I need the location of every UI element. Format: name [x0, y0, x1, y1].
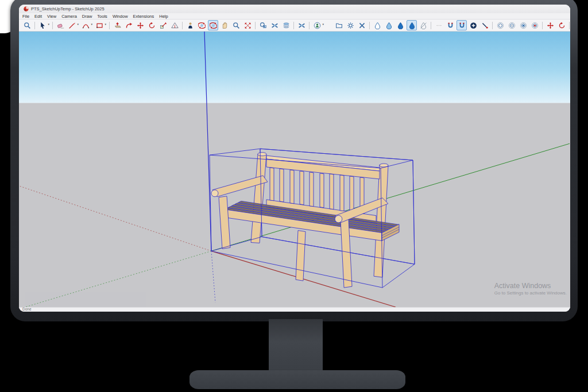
model-scene [19, 32, 570, 307]
layers-stack-icon[interactable] [281, 20, 291, 30]
viewport-canvas[interactable]: Activate Windows Go to Settings to activ… [19, 32, 570, 307]
window-title: PTS_SketchUpTemp - SketchUp 2025 [31, 6, 105, 11]
toolbar-divider [182, 22, 183, 29]
dropdown-caret-icon[interactable]: ▾ [48, 23, 49, 26]
hex-node-icon[interactable] [506, 20, 517, 30]
menu-draw[interactable]: Draw [82, 14, 92, 19]
pan-hand-icon[interactable] [219, 20, 230, 30]
hex-red-icon[interactable] [529, 20, 540, 30]
hide-similar-icon[interactable] [296, 20, 307, 30]
eraser-icon[interactable] [55, 20, 65, 30]
status-bar: Done [19, 307, 570, 312]
orbit-icon[interactable] [196, 20, 207, 30]
magnet-active-icon[interactable] [457, 20, 467, 30]
menu-help[interactable]: Help [159, 14, 168, 19]
rotate-copy-icon[interactable] [556, 20, 567, 30]
toolbar-divider [109, 22, 110, 29]
orbit-active-icon[interactable] [208, 20, 218, 30]
gear-icon[interactable] [345, 20, 355, 30]
drop-filled-active-icon[interactable] [407, 20, 417, 30]
drop-filled-icon[interactable] [395, 20, 405, 30]
toolbar-divider [369, 22, 370, 29]
toolbar-divider [431, 22, 431, 29]
dropdown-caret-icon[interactable]: ▾ [105, 23, 106, 26]
toolbar-divider [569, 22, 570, 29]
menu-bar: FileEditViewCameraDrawToolsWindowExtensi… [19, 13, 570, 20]
toolbar-divider [293, 22, 294, 29]
menu-tools[interactable]: Tools [97, 14, 107, 19]
component-person-icon[interactable]: ▾ [312, 20, 322, 30]
monitor-stand-base [189, 370, 405, 389]
menu-window[interactable]: Window [113, 14, 128, 19]
title-bar[interactable]: PTS_SketchUpTemp - SketchUp 2025 [19, 5, 570, 13]
dots-faint-icon[interactable] [434, 20, 444, 30]
menu-view[interactable]: View [47, 14, 56, 19]
line-pencil-icon[interactable]: ▾ [67, 20, 77, 30]
zoom-search-icon[interactable] [22, 20, 32, 30]
rotate-icon[interactable] [146, 20, 157, 30]
dropdown-caret-icon[interactable]: ▾ [77, 23, 79, 26]
move-copy-icon[interactable] [545, 20, 555, 30]
follow-me-icon[interactable] [123, 20, 134, 30]
hex-ring-icon[interactable] [495, 20, 505, 30]
drop-slash-icon[interactable] [418, 20, 428, 30]
scale-icon[interactable] [158, 20, 168, 30]
push-pull-icon[interactable] [112, 20, 122, 30]
zoom-extents-icon[interactable] [242, 20, 253, 30]
zoom-tool-icon[interactable] [231, 20, 241, 30]
toolbar-divider [255, 22, 256, 29]
sketchup-logo [24, 6, 29, 11]
hex-filled-icon[interactable] [518, 20, 528, 30]
axes-triangle-icon[interactable] [169, 20, 180, 30]
position-camera-icon[interactable] [185, 20, 195, 30]
desktop-photo: PTS_SketchUpTemp - SketchUp 2025 FileEdi… [0, 0, 588, 392]
hide-rest-icon[interactable] [269, 20, 280, 30]
drop-half-icon[interactable] [384, 20, 394, 30]
drop-outline-icon[interactable] [372, 20, 382, 30]
pen-point-icon[interactable] [479, 20, 490, 30]
menu-camera[interactable]: Camera [61, 14, 77, 19]
select-arrow-icon[interactable]: ▾ [37, 20, 48, 30]
sketchup-window: PTS_SketchUpTemp - SketchUp 2025 FileEdi… [19, 5, 570, 312]
toolbar: ▾▾▾▾▾ [19, 20, 570, 32]
move-icon[interactable] [135, 20, 145, 30]
magnet-icon[interactable] [445, 20, 455, 30]
status-text: Done [22, 308, 32, 312]
dropdown-caret-icon[interactable]: ▾ [322, 23, 324, 26]
toolbar-divider [492, 22, 493, 29]
close-x-icon[interactable] [357, 20, 367, 30]
arc-icon[interactable]: ▾ [80, 20, 91, 30]
toolbar-divider [309, 22, 310, 29]
menu-edit[interactable]: Edit [34, 14, 42, 19]
menu-extensions[interactable]: Extensions [133, 14, 154, 19]
toolbar-divider [542, 22, 543, 29]
zoom-selection-icon[interactable] [258, 20, 268, 30]
dropdown-caret-icon[interactable]: ▾ [91, 23, 92, 26]
folder-icon[interactable] [334, 20, 344, 30]
menu-file[interactable]: File [22, 14, 29, 19]
monitor-stand-neck [269, 319, 323, 375]
toolbar-divider [34, 22, 35, 29]
plus-circle-icon[interactable] [468, 20, 478, 30]
toolbar-divider [52, 22, 53, 29]
sky [19, 32, 570, 103]
rectangle-icon[interactable]: ▾ [94, 20, 105, 30]
